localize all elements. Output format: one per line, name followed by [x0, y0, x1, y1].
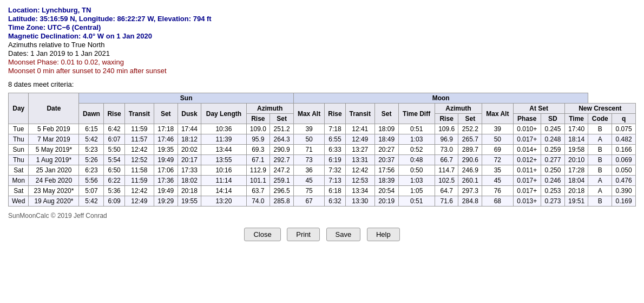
- th-nc-code: Code: [588, 114, 612, 124]
- table-cell: 1:03: [398, 176, 435, 186]
- table-cell: 73.0: [435, 145, 458, 155]
- table-cell: 297.3: [458, 186, 482, 196]
- table-cell: 20:18: [178, 186, 201, 196]
- table-cell: 296.5: [270, 186, 294, 196]
- table-cell: 73: [293, 155, 324, 165]
- th-sd: SD: [541, 114, 565, 124]
- table-cell: 72: [482, 155, 513, 165]
- th-set: Set: [154, 104, 178, 124]
- dates: Dates: 1 Jan 2019 to 1 Jan 2021: [8, 49, 636, 57]
- table-cell: 67: [293, 196, 324, 207]
- table-cell: 264.3: [270, 134, 294, 145]
- table-cell: 0:52: [398, 145, 435, 155]
- table-cell: 1:03: [398, 134, 435, 145]
- table-cell: 0.169: [612, 196, 636, 207]
- th-dawn: Dawn: [79, 104, 104, 124]
- table-cell: 0.277: [541, 155, 565, 165]
- table-cell: 0.253: [541, 186, 565, 196]
- table-cell: 5:36: [104, 186, 124, 196]
- azimuths: Azimuths relative to True North: [8, 41, 636, 49]
- table-cell: 17:40: [564, 124, 588, 134]
- table-cell: 0.250: [541, 165, 565, 176]
- table-cell: 0:51: [398, 196, 435, 207]
- table-cell: 112.9: [246, 165, 270, 176]
- table-cell: 5:42: [79, 134, 104, 145]
- table-cell: B: [588, 196, 612, 207]
- th-azimuth-moon: Azimuth: [435, 104, 482, 114]
- table-cell: 17:33: [178, 165, 201, 176]
- table-cell: 284.8: [458, 196, 482, 207]
- table-cell: 66.7: [435, 155, 458, 165]
- copyright: SunMoonCalc © 2019 Jeff Conrad: [8, 212, 636, 220]
- table-cell: Wed: [9, 196, 29, 207]
- table-cell: 11:59: [124, 124, 154, 134]
- table-cell: 7:13: [325, 176, 345, 186]
- footer: SunMoonCalc © 2019 Jeff Conrad: [8, 212, 636, 220]
- table-cell: 20:27: [374, 145, 398, 155]
- close-button[interactable]: Close: [244, 228, 280, 241]
- table-cell: 20:10: [564, 155, 588, 165]
- table-cell: 19:35: [154, 145, 178, 155]
- table-cell: 251.2: [270, 124, 294, 134]
- table-cell: 23 May 2020*: [29, 186, 79, 196]
- table-row: Thu7 Mar 20195:426:0711:5717:4618:1211:3…: [9, 134, 636, 145]
- table-cell: 5 May 2019*: [29, 145, 79, 155]
- table-cell: 6:18: [325, 186, 345, 196]
- table-row: Tue5 Feb 20196:156:4211:5917:1817:4410:3…: [9, 124, 636, 134]
- table-cell: 39: [293, 124, 324, 134]
- table-cell: 13:31: [345, 155, 374, 165]
- table-cell: 50: [482, 134, 513, 145]
- table-cell: 20:19: [374, 196, 398, 207]
- table-cell: 25 Jan 2020: [29, 165, 79, 176]
- th-moon-rise: Rise: [325, 104, 345, 124]
- table-cell: 1 Aug 2019*: [29, 155, 79, 165]
- help-button[interactable]: Help: [367, 228, 400, 241]
- table-row: Sun5 May 2019*5:235:5012:4219:3520:0213:…: [9, 145, 636, 155]
- table-cell: 13:34: [345, 186, 374, 196]
- table-cell: 17:56: [374, 165, 398, 176]
- table-cell: Tue: [9, 124, 29, 134]
- table-cell: 12:41: [345, 124, 374, 134]
- table-cell: 71.6: [435, 196, 458, 207]
- table-cell: 96.9: [435, 134, 458, 145]
- th-day-length: Day Length: [201, 104, 246, 124]
- table-cell: 12:42: [124, 145, 154, 155]
- table-cell: A: [588, 186, 612, 196]
- th-time-diff: Time Diff: [398, 104, 435, 124]
- th-max-alt-moon: Max Alt: [482, 104, 513, 124]
- th-new-crescent: New Crescent: [564, 104, 635, 114]
- table-cell: 13:30: [345, 196, 374, 207]
- table-cell: 11:59: [124, 176, 154, 186]
- print-button[interactable]: Print: [287, 228, 320, 241]
- th-at-set: At Set: [513, 104, 564, 114]
- table-cell: 11:57: [124, 134, 154, 145]
- table-cell: 18:12: [178, 134, 201, 145]
- table-cell: 76: [482, 186, 513, 196]
- table-cell: 18:49: [374, 134, 398, 145]
- table-cell: 0.166: [612, 145, 636, 155]
- table-cell: 0.017+: [513, 176, 541, 186]
- table-cell: 6:15: [79, 124, 104, 134]
- table-cell: 0.245: [541, 124, 565, 134]
- th-az-rise: Rise: [246, 114, 270, 124]
- table-cell: 0.010+: [513, 124, 541, 134]
- table-row: Wed19 Aug 2020*5:426:0912:4919:2919:5513…: [9, 196, 636, 207]
- table-cell: 0:51: [398, 124, 435, 134]
- table-cell: 69.3: [246, 145, 270, 155]
- moonset-phase: Moonset Phase: 0.01 to 0.02, waxing: [8, 58, 636, 66]
- table-cell: 6:33: [325, 145, 345, 155]
- table-cell: 7:18: [325, 124, 345, 134]
- table-cell: 7 Mar 2019: [29, 134, 79, 145]
- table-cell: 13:20: [201, 196, 246, 207]
- table-cell: 0.014+: [513, 145, 541, 155]
- th-rise: Rise: [104, 104, 124, 124]
- table-cell: 10:36: [201, 124, 246, 134]
- save-button[interactable]: Save: [326, 228, 361, 241]
- table-cell: 19:49: [154, 186, 178, 196]
- table-cell: 246.9: [458, 165, 482, 176]
- table-row: Mon24 Feb 20205:566:2211:5917:3618:0211:…: [9, 176, 636, 186]
- table-row: Sat23 May 2020*5:075:3612:4219:4920:1814…: [9, 186, 636, 196]
- table-cell: 12:42: [124, 186, 154, 196]
- table-cell: 0.050: [612, 165, 636, 176]
- table-cell: 102.5: [435, 176, 458, 186]
